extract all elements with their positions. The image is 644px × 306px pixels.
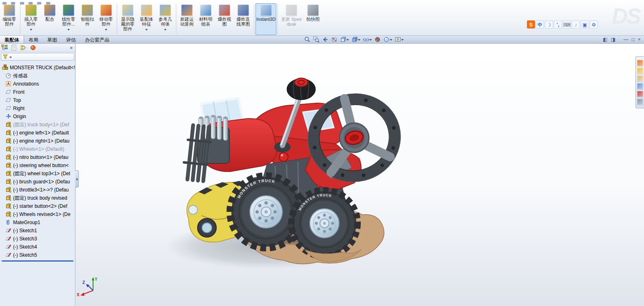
hud-zoom-to-fit[interactable] — [304, 36, 311, 43]
hud-hide-show-items[interactable] — [363, 36, 372, 43]
tree-item-wheels-1[interactable]: (-) Wheels<1> (Default) — [0, 145, 75, 153]
punctuation-mode[interactable]: ’, — [554, 20, 562, 29]
sogou-logo[interactable]: S — [527, 20, 535, 29]
monster-truck-model[interactable]: MONSTER TRUCK MONSTER TRUCK — [165, 78, 410, 269]
hud-display-style[interactable] — [351, 36, 360, 43]
tree-item-sketch1[interactable]: (-) Sketch1 — [0, 227, 75, 235]
tree-item-monster-truck-root[interactable]: MONSTER TRUCK (Default<! — [0, 64, 75, 72]
tree-item-throttle3-1[interactable]: (-) throttle3<1>->? (Defau — [0, 186, 75, 194]
soft-keyboard[interactable]: ⌨ — [563, 20, 571, 29]
taskpane-design-library[interactable] — [637, 68, 643, 74]
viewport-3d[interactable]: MONSTER TRUCK MONSTER TRUCK — [76, 44, 644, 306]
full-half-moon[interactable]: ☽ — [545, 20, 553, 29]
hud-section-view[interactable] — [331, 36, 338, 43]
ribbon-button-mate[interactable]: 配合 — [40, 3, 59, 35]
ribbon-button-linear-component-pattern[interactable]: 线性零部件... — [59, 3, 78, 35]
taskpane-appearances-scenes[interactable] — [637, 91, 643, 97]
tree-item-wheels-revised-1[interactable]: (-) Wheels revised<1> (De — [0, 210, 75, 218]
taskpane-solidworks-resources[interactable] — [637, 60, 643, 66]
bill-of-materials-icon — [200, 4, 211, 16]
tab-office-products[interactable]: 办公室产品 — [80, 36, 114, 43]
tree-item-front-plane[interactable]: Front — [0, 88, 75, 96]
tab-sketch[interactable]: 草图 — [43, 36, 62, 43]
toolbox[interactable]: ⚙ — [590, 20, 598, 29]
throttle-ball — [279, 152, 288, 161]
rollback-bar[interactable] — [2, 260, 73, 262]
tree-filter-input[interactable] — [1, 53, 74, 61]
ribbon-button-reference-geometry[interactable]: 参考几何体 — [156, 3, 175, 35]
quick-access-icon-5[interactable] — [37, 2, 41, 4]
ribbon-button-label: Instant3D — [256, 17, 275, 22]
filter-dropdown-caret-icon[interactable] — [9, 57, 12, 58]
ribbon-button-exploded-view[interactable]: 爆炸视图 — [215, 3, 234, 35]
taskpane-view-palette[interactable] — [637, 83, 643, 89]
restore-document-button[interactable]: □ — [630, 36, 636, 43]
ribbon-button-insert-components[interactable]: 插入零部件 — [22, 3, 40, 35]
tree-item-engine-right-1[interactable]: (-) engine right<1> (Defau — [0, 137, 75, 145]
tree-item-nitro-button-1[interactable]: (-) nitro button<1> (Defau — [0, 153, 75, 161]
tree-item-truck-body-1[interactable]: (固定) truck body<1> (Def — [0, 121, 75, 129]
taskpane-custom-properties[interactable] — [637, 99, 643, 105]
property-manager-tab-icon[interactable] — [11, 44, 17, 51]
quick-access-icon-2[interactable] — [11, 2, 15, 4]
configuration-manager-tab-icon[interactable] — [20, 44, 27, 51]
feature-manager-tab-icon[interactable] — [1, 44, 8, 51]
ribbon-button-explode-line-sketch[interactable]: 爆炸直线草图 — [234, 3, 253, 35]
tree-item-wheel-top3-1[interactable]: (固定) wheel top3<1> (Det — [0, 170, 75, 178]
quick-access-icon-1[interactable] — [2, 2, 7, 4]
ribbon-button-label: 显示隐藏的零部件 — [119, 17, 136, 31]
hud-edit-appearance[interactable] — [374, 36, 381, 43]
ribbon-button-move-component[interactable]: 移动零部件 — [97, 3, 115, 35]
panel-expand-button[interactable]: » — [69, 44, 74, 51]
tab-evaluate[interactable]: 评估 — [62, 36, 80, 43]
ribbon-button-assembly-features[interactable]: 装配体特征 — [137, 3, 156, 35]
ribbon-button-smart-fasteners[interactable]: 智能扣件 — [78, 3, 97, 35]
ribbon-button-new-motion-study[interactable]: 新建运动算例 — [178, 3, 196, 35]
ribbon-button-edit-component[interactable]: 编辑零部件 — [0, 3, 19, 35]
split-pane-left-button[interactable]: ◧ — [601, 36, 609, 43]
tree-item-mategroup1[interactable]: MateGroup1 — [0, 218, 75, 227]
ribbon-button-instant3d[interactable]: Instant3D — [255, 3, 276, 35]
minimize-document-button[interactable]: — — [622, 36, 630, 43]
tree-item-truck-body-revised[interactable]: (固定) truck body revised — [0, 194, 75, 202]
dropdown-caret-icon — [346, 39, 349, 41]
input-mode-chinese[interactable]: 中 — [536, 20, 544, 29]
tree-item-steering-wheel-button-1[interactable]: (-) steering wheel button< — [0, 161, 75, 170]
hud-view-orientation[interactable] — [340, 36, 349, 43]
graphics-viewport[interactable]: MONSTER TRUCK MONSTER TRUCK — [76, 44, 644, 306]
ribbon-button-bill-of-materials[interactable]: 材料明细表 — [196, 3, 215, 35]
tree-item-engine-left-1[interactable]: (-) engine left<1> (Default — [0, 129, 75, 137]
tree-item-annotations-folder[interactable]: Annotations — [0, 80, 75, 88]
close-document-button[interactable]: × — [636, 36, 642, 43]
tree-item-sketch5[interactable]: (-) Sketch5 — [0, 251, 75, 259]
tab-assembly[interactable]: 装配体 — [0, 36, 24, 43]
tree-item-right-plane[interactable]: Right — [0, 104, 75, 112]
skin-center[interactable]: ▣ — [581, 20, 589, 29]
quick-access-icon-3[interactable] — [20, 2, 24, 4]
tab-layout[interactable]: 布局 — [24, 36, 43, 43]
tree-item-brush-guard-1[interactable]: (-) brush guard<1> (Defau — [0, 178, 75, 186]
tree-item-top-plane[interactable]: Top — [0, 96, 75, 104]
tree-item-sensors-folder[interactable]: 传感器 — [0, 72, 75, 80]
hud-apply-scene[interactable] — [383, 36, 392, 43]
component-icon — [5, 138, 11, 144]
ribbon-button-update-speedpak[interactable]: 更新 Speedpak — [279, 3, 304, 35]
ribbon-button-take-snapshot[interactable]: 拍快照 — [304, 3, 322, 35]
hud-view-settings[interactable] — [395, 36, 404, 43]
quick-access-icon-4[interactable] — [29, 2, 33, 4]
hud-zoom-to-area[interactable] — [313, 36, 320, 43]
hud-previous-view[interactable] — [322, 36, 329, 43]
dropdown-caret-icon — [145, 29, 148, 31]
voice-input[interactable]: ♪ — [572, 20, 580, 29]
tree-item-starter-button-2[interactable]: (-) starter button<2> (Def — [0, 202, 75, 210]
ribbon-button-show-hidden-components[interactable]: 显示隐藏的零部件 — [118, 3, 137, 35]
tree-item-origin[interactable]: Origin — [0, 112, 75, 121]
tree-item-sketch4[interactable]: (-) Sketch4 — [0, 243, 75, 251]
tree-item-sketch3[interactable]: (-) Sketch3 — [0, 235, 75, 243]
split-pane-right-button[interactable]: ◨ — [609, 36, 617, 43]
taskpane-file-explorer[interactable] — [637, 75, 643, 81]
ribbon-button-label: 新建运动算例 — [178, 17, 195, 26]
display-manager-tab-icon[interactable] — [30, 44, 36, 51]
panel-splitter-handle[interactable] — [75, 170, 79, 187]
quick-access-icon-6[interactable] — [46, 2, 50, 4]
